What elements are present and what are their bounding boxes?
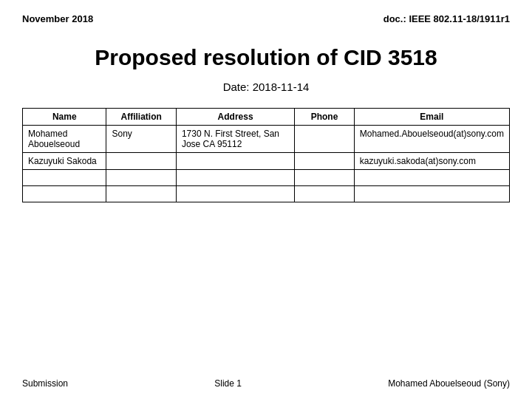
- cell-address: [176, 170, 294, 186]
- cell-phone: [295, 170, 354, 186]
- header-date: November 2018: [22, 13, 93, 24]
- footer-center: Slide 1: [214, 378, 242, 389]
- cell-address: 1730 N. First Street, San Jose CA 95112: [176, 126, 294, 153]
- footer: Submission Slide 1 Mohamed Abouelseoud (…: [22, 371, 510, 389]
- footer-right: Mohamed Abouelseoud (Sony): [388, 378, 510, 389]
- page: November 2018 doc.: IEEE 802.11-18/1911r…: [0, 0, 532, 399]
- cell-address: [176, 153, 294, 170]
- header: November 2018 doc.: IEEE 802.11-18/1911r…: [22, 13, 510, 24]
- cell-name: Mohamed Abouelseoud: [23, 126, 106, 153]
- col-header-email: Email: [354, 109, 509, 126]
- col-header-phone: Phone: [295, 109, 354, 126]
- table-row: [23, 186, 510, 202]
- table-row: [23, 170, 510, 186]
- table-wrapper: Name Affiliation Address Phone Email Moh…: [22, 108, 510, 371]
- cell-address: [176, 186, 294, 202]
- col-header-name: Name: [23, 109, 106, 126]
- cell-affiliation: [106, 170, 176, 186]
- table-row: Kazuyuki Sakodakazuyuki.sakoda(at)sony.c…: [23, 153, 510, 170]
- cell-email: [354, 170, 509, 186]
- cell-affiliation: [106, 186, 176, 202]
- col-header-affiliation: Affiliation: [106, 109, 176, 126]
- cell-affiliation: Sony: [106, 126, 176, 153]
- cell-email: kazuyuki.sakoda(at)sony.com: [354, 153, 509, 170]
- table-row: Mohamed AbouelseoudSony1730 N. First Str…: [23, 126, 510, 153]
- cell-affiliation: [106, 153, 176, 170]
- cell-name: [23, 186, 106, 202]
- date-label: Date: 2018-11-14: [22, 81, 510, 93]
- table-header-row: Name Affiliation Address Phone Email: [23, 109, 510, 126]
- page-title: Proposed resolution of CID 3518: [22, 45, 510, 70]
- cell-email: Mohamed.Abouelseoud(at)sony.com: [354, 126, 509, 153]
- col-header-address: Address: [176, 109, 294, 126]
- header-doc: doc.: IEEE 802.11-18/1911r1: [383, 13, 510, 24]
- footer-left: Submission: [22, 378, 68, 389]
- cell-name: Kazuyuki Sakoda: [23, 153, 106, 170]
- authors-table: Name Affiliation Address Phone Email Moh…: [22, 108, 510, 202]
- cell-phone: [295, 186, 354, 202]
- cell-phone: [295, 153, 354, 170]
- cell-phone: [295, 126, 354, 153]
- cell-email: [354, 186, 509, 202]
- cell-name: [23, 170, 106, 186]
